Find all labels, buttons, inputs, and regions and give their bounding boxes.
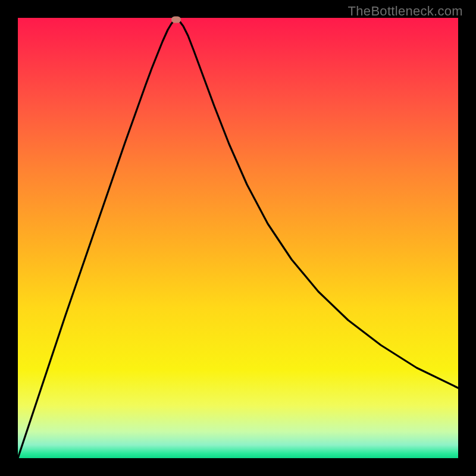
chart-frame: TheBottleneck.com	[0, 0, 476, 476]
plot-gradient-background	[18, 18, 458, 458]
watermark-text: TheBottleneck.com	[348, 4, 463, 19]
optimum-marker	[171, 17, 181, 23]
